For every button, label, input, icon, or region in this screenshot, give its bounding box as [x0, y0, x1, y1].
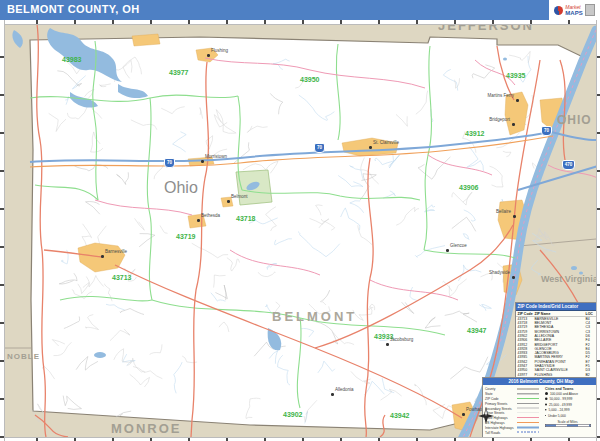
statehwy-swatch [517, 417, 539, 418]
legend-item-label: County [485, 387, 516, 391]
scale-label: Scale of Miles [545, 420, 590, 424]
city-size-dot [545, 392, 548, 395]
zip-code-index-table: ZIP Code Index/Grid Locator ZIP CodeZIP … [515, 302, 600, 381]
scale-bar [545, 424, 591, 427]
zip-table-column-header: ZIP Name [535, 311, 586, 316]
city-class-label: 5,000 - 24,999 [549, 408, 570, 412]
scale-of-miles: Scale of Miles [545, 420, 599, 427]
city-size-dot [545, 415, 546, 416]
city-size-dot [545, 409, 547, 411]
city-class-item: Under 5,000 [545, 413, 599, 419]
logo-badge [585, 4, 595, 16]
grid-ruler-bottom [0, 437, 600, 441]
compass-rose-icon [477, 407, 495, 427]
grid-ruler-right [596, 20, 600, 441]
page: { "header": { "title": "BELMONT COUNTY, … [0, 0, 600, 441]
map-canvas [0, 0, 600, 441]
secondary-swatch [517, 408, 539, 409]
zip-swatch [517, 398, 539, 399]
grid-ruler-top [0, 20, 600, 25]
logo-text-maps: MAPS [565, 10, 582, 16]
minor-swatch [517, 413, 539, 414]
legend-item-label: Toll Roads [485, 430, 516, 434]
legend-title: 2016 Belmont County, OH Map [483, 378, 599, 385]
zip-table-title: ZIP Code Index/Grid Locator [516, 303, 599, 311]
city-size-dot [545, 403, 547, 405]
city-class-label: 50,000 - 99,999 [550, 397, 573, 401]
logo-globe-icon [554, 6, 563, 15]
page-title: BELMONT COUNTY, OH [7, 3, 139, 15]
legend-item: Toll Roads [485, 430, 545, 435]
ushwy-swatch [517, 422, 539, 423]
city-size-dot [545, 398, 548, 401]
county-swatch [517, 388, 539, 389]
toll-swatch [517, 432, 539, 433]
legend-item-label: State [485, 392, 516, 396]
city-size-classes: 100,000 and Above50,000 - 99,99925,000 -… [545, 391, 599, 419]
zip-table-column-header: ZIP Code [516, 311, 535, 316]
city-class-label: 25,000 - 49,999 [549, 403, 572, 407]
cities-and-towns-title: Cities and Towns [545, 387, 599, 391]
map-legend: 2016 Belmont County, OH Map CountyStateZ… [482, 377, 600, 440]
legend-item-label: Primary Streets [485, 402, 516, 406]
legend-item-label: ZIP Code [485, 397, 516, 401]
marketmaps-logo: Market MAPS [549, 0, 600, 20]
city-class-label: 100,000 and Above [550, 392, 578, 396]
interstate-swatch [517, 426, 539, 428]
state-swatch [517, 393, 539, 395]
city-class-label: Under 5,000 [548, 414, 566, 418]
grid-ruler-left [0, 20, 5, 441]
primary-swatch [517, 403, 539, 404]
